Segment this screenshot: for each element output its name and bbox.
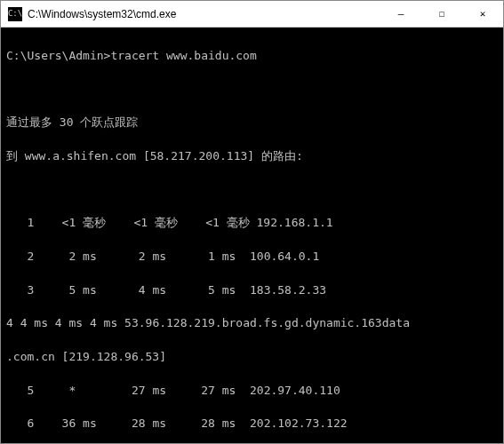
blank-line [6,82,498,99]
cmd-icon: C:\ [8,7,22,21]
titlebar[interactable]: C:\ C:\Windows\system32\cmd.exe — ☐ ✕ [1,1,503,28]
maximize-button[interactable]: ☐ [421,1,462,27]
cmd-window: C:\ C:\Windows\system32\cmd.exe — ☐ ✕ C:… [0,0,504,444]
hop-row-4-wrap: .com.cn [219.128.96.53] [6,349,498,366]
blank-line [6,182,498,199]
hop-row-3: 3 5 ms 4 ms 5 ms 183.58.2.33 [6,282,498,299]
window-title: C:\Windows\system32\cmd.exe [28,8,380,20]
minimize-button[interactable]: — [380,1,421,27]
prompt-command: tracert www.baidu.com [110,49,256,62]
hop-row-5: 5 * 27 ms 27 ms 202.97.40.110 [6,383,498,400]
trace-header-2: 到 www.a.shifen.com [58.217.200.113] 的路由: [6,148,498,165]
hop-row-6: 6 36 ms 28 ms 28 ms 202.102.73.122 [6,416,498,432]
prompt-prefix: C:\Users\Admin> [6,49,110,62]
terminal-output[interactable]: C:\Users\Admin>tracert www.baidu.com 通过最… [1,28,503,443]
hop-row-1: 1 <1 毫秒 <1 毫秒 <1 毫秒 192.168.1.1 [6,215,498,232]
hop-row-4: 4 4 ms 4 ms 4 ms 53.96.128.219.broad.fs.… [6,315,498,332]
window-controls: — ☐ ✕ [380,1,503,27]
prompt-line: C:\Users\Admin>tracert www.baidu.com [6,48,498,65]
hop-row-2: 2 2 ms 2 ms 1 ms 100.64.0.1 [6,249,498,266]
close-button[interactable]: ✕ [462,1,503,27]
trace-header-1: 通过最多 30 个跃点跟踪 [6,115,498,131]
